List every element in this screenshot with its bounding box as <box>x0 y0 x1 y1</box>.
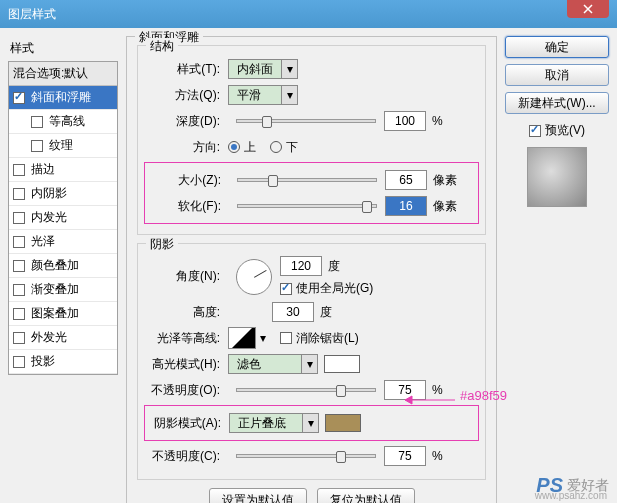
default-buttons-row: 设置为默认值 复位为默认值 <box>137 488 486 503</box>
global-light-checkbox[interactable] <box>280 283 292 295</box>
checkbox-icon[interactable] <box>31 140 43 152</box>
make-default-button[interactable]: 设置为默认值 <box>209 488 307 503</box>
altitude-input[interactable] <box>272 302 314 322</box>
style-label: 样式(T): <box>148 61 220 78</box>
antialias-label: 消除锯齿(L) <box>296 330 359 347</box>
technique-dropdown[interactable]: 平滑▾ <box>228 85 298 105</box>
style-item-patternoverlay[interactable]: 图案叠加 <box>9 302 117 326</box>
soften-unit: 像素 <box>433 198 457 215</box>
style-dropdown[interactable]: 内斜面▾ <box>228 59 298 79</box>
highlight-mode-dropdown[interactable]: 滤色▾ <box>228 354 318 374</box>
depth-slider[interactable] <box>236 119 376 123</box>
style-item-gradientoverlay[interactable]: 渐变叠加 <box>9 278 117 302</box>
shadow-color-swatch[interactable] <box>325 414 361 432</box>
gloss-contour-picker[interactable] <box>228 327 256 349</box>
soften-slider[interactable] <box>237 204 377 208</box>
checkbox-icon[interactable] <box>13 188 25 200</box>
reset-default-button[interactable]: 复位为默认值 <box>317 488 415 503</box>
shadow-annotation-box: 阴影模式(A): 正片叠底▾ <box>144 405 479 441</box>
size-unit: 像素 <box>433 172 457 189</box>
title-bar: 图层样式 <box>0 0 617 28</box>
window-title: 图层样式 <box>8 6 609 23</box>
shadow-opacity-input[interactable] <box>384 446 426 466</box>
shadow-opacity-label: 不透明度(C): <box>148 448 220 465</box>
close-button[interactable] <box>567 0 609 18</box>
soften-label: 软化(F): <box>149 198 221 215</box>
cancel-button[interactable]: 取消 <box>505 64 609 86</box>
antialias-checkbox[interactable] <box>280 332 292 344</box>
style-item-texture[interactable]: 纹理 <box>9 134 117 158</box>
checkbox-icon[interactable] <box>13 236 25 248</box>
chevron-down-icon[interactable]: ▾ <box>260 331 266 345</box>
style-item-bevel[interactable]: 斜面和浮雕 <box>9 86 117 110</box>
dialog-body: 样式 混合选项:默认 斜面和浮雕 等高线 纹理 描边 内阴影 内发光 光泽 颜色… <box>0 28 617 468</box>
style-item-stroke[interactable]: 描边 <box>9 158 117 182</box>
checkbox-icon[interactable] <box>13 356 25 368</box>
styles-column: 样式 混合选项:默认 斜面和浮雕 等高线 纹理 描边 内阴影 内发光 光泽 颜色… <box>8 36 118 460</box>
color-annotation: #a98f59 <box>460 388 507 403</box>
styles-label: 样式 <box>8 36 118 61</box>
chevron-down-icon: ▾ <box>302 414 318 432</box>
style-item-innerglow[interactable]: 内发光 <box>9 206 117 230</box>
direction-down-radio[interactable] <box>270 141 282 153</box>
svg-marker-1 <box>405 396 412 404</box>
checkbox-icon[interactable] <box>13 284 25 296</box>
checkbox-icon[interactable] <box>31 116 43 128</box>
actions-column: 确定 取消 新建样式(W)... 预览(V) <box>505 36 609 460</box>
blend-options-row[interactable]: 混合选项:默认 <box>9 62 117 86</box>
preview-swatch <box>527 147 587 207</box>
style-item-satin[interactable]: 光泽 <box>9 230 117 254</box>
structure-fieldset: 结构 样式(T): 内斜面▾ 方法(Q): 平滑▾ 深度(D): % 方向: <box>137 45 486 235</box>
size-slider[interactable] <box>237 178 377 182</box>
gloss-label: 光泽等高线: <box>148 330 220 347</box>
shadow-opacity-slider[interactable] <box>236 454 376 458</box>
preview-checkbox[interactable] <box>529 125 541 137</box>
checkbox-icon[interactable] <box>13 260 25 272</box>
angle-input[interactable] <box>280 256 322 276</box>
style-item-innershadow[interactable]: 内阴影 <box>9 182 117 206</box>
size-label: 大小(Z): <box>149 172 221 189</box>
style-item-coloroverlay[interactable]: 颜色叠加 <box>9 254 117 278</box>
soften-input[interactable] <box>385 196 427 216</box>
global-light-label: 使用全局光(G) <box>296 280 373 297</box>
shading-title: 阴影 <box>146 236 178 253</box>
ok-button[interactable]: 确定 <box>505 36 609 58</box>
new-style-button[interactable]: 新建样式(W)... <box>505 92 609 114</box>
pct-unit: % <box>432 449 456 463</box>
annotation-arrow-icon <box>400 390 460 410</box>
size-input[interactable] <box>385 170 427 190</box>
structure-title: 结构 <box>146 38 178 55</box>
technique-label: 方法(Q): <box>148 87 220 104</box>
highlight-annotation-box: 大小(Z): 像素 软化(F): 像素 <box>144 162 479 224</box>
preview-label: 预览(V) <box>545 122 585 139</box>
bevel-fieldset: 斜面和浮雕 结构 样式(T): 内斜面▾ 方法(Q): 平滑▾ 深度(D): % <box>126 36 497 503</box>
styles-list: 混合选项:默认 斜面和浮雕 等高线 纹理 描边 内阴影 内发光 光泽 颜色叠加 … <box>8 61 118 375</box>
checkbox-icon[interactable] <box>13 332 25 344</box>
angle-picker[interactable] <box>236 259 272 295</box>
shadow-mode-dropdown[interactable]: 正片叠底▾ <box>229 413 319 433</box>
direction-up-radio[interactable] <box>228 141 240 153</box>
direction-label: 方向: <box>148 139 220 156</box>
checkbox-icon[interactable] <box>13 164 25 176</box>
shading-fieldset: 阴影 角度(N): 度 使用全局光(G) <box>137 243 486 480</box>
style-item-contour[interactable]: 等高线 <box>9 110 117 134</box>
highlight-mode-label: 高光模式(H): <box>148 356 220 373</box>
angle-unit: 度 <box>328 258 352 275</box>
checkbox-icon[interactable] <box>13 92 25 104</box>
highlight-color-swatch[interactable] <box>324 355 360 373</box>
checkbox-icon[interactable] <box>13 308 25 320</box>
watermark-url: www.psahz.com <box>535 490 607 501</box>
chevron-down-icon: ▾ <box>281 86 297 104</box>
altitude-unit: 度 <box>320 304 344 321</box>
depth-input[interactable] <box>384 111 426 131</box>
chevron-down-icon: ▾ <box>301 355 317 373</box>
chevron-down-icon: ▾ <box>281 60 297 78</box>
highlight-opacity-slider[interactable] <box>236 388 376 392</box>
angle-label: 角度(N): <box>148 268 220 285</box>
style-item-dropshadow[interactable]: 投影 <box>9 350 117 374</box>
checkbox-icon[interactable] <box>13 212 25 224</box>
altitude-label: 高度: <box>148 304 220 321</box>
depth-unit: % <box>432 114 456 128</box>
close-icon <box>583 4 593 14</box>
style-item-outerglow[interactable]: 外发光 <box>9 326 117 350</box>
